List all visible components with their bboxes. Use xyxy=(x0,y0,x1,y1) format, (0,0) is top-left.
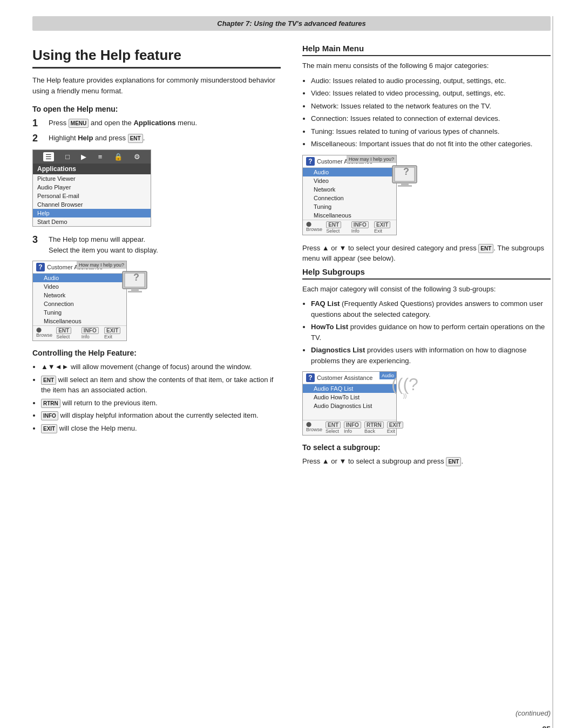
menu-item-personal-email: Personal E-mail xyxy=(33,192,151,200)
footer-browse-1: ⬤ Browse xyxy=(36,327,53,339)
step-2-text: Highlight Help and press ENT. xyxy=(49,133,281,144)
control-bullet-4: INFO will display helpful information ab… xyxy=(41,410,281,421)
subgroup-bullet-diag: Diagnostics List provides users with inf… xyxy=(311,345,551,366)
chapter-header: Chapter 7: Using the TV's advanced featu… xyxy=(32,16,551,31)
applications-menu-mockup: ☰ □ ▶ ≡ 🔒 ⚙ Applications Picture Viewer … xyxy=(32,149,151,227)
footer-select-3: ENT Select xyxy=(326,421,341,434)
menu-icon-settings: ≡ xyxy=(98,153,103,161)
help-item-tuning-1: Tuning xyxy=(33,308,126,317)
menu-icon-play: ▶ xyxy=(81,153,86,161)
subgroup-item-faq: Audio FAQ List xyxy=(303,384,396,393)
chapter-header-text: Chapter 7: Using the TV's advanced featu… xyxy=(217,19,365,28)
help-item-audio-1: Audio xyxy=(33,274,126,282)
right-column: Help Main Menu The main menu consists of… xyxy=(302,36,551,470)
help-subgroups-heading: Help Subgroups xyxy=(302,267,551,280)
step-1-text: Press MENU and open the Applications men… xyxy=(49,118,281,128)
step-1: 1 Press MENU and open the Applications m… xyxy=(32,118,281,130)
help-how-may-2: How may I help you? xyxy=(347,155,396,163)
left-column: Using the Help feature The Help feature … xyxy=(32,36,281,470)
subgroup-bullet-howto: HowTo List provides guidance on how to p… xyxy=(311,322,551,343)
menu-item-audio-player: Audio Player xyxy=(33,183,151,192)
tv-icon-2: ? xyxy=(391,163,421,190)
help-item-video-1: Video xyxy=(33,282,126,291)
page-number: 85 xyxy=(542,725,551,728)
footer-select-1: ENT Select xyxy=(56,327,78,339)
help-item-connection-1: Connection xyxy=(33,300,126,308)
svg-rect-7 xyxy=(398,185,412,187)
help-item-network-1: Network xyxy=(33,291,126,300)
menu-item-channel-browser: Channel Browser xyxy=(33,200,151,209)
subgroup-tv-icon: (((? )) xyxy=(389,376,421,405)
help-mockup-2-header: ? Customer Assistance How may I help you… xyxy=(303,155,396,168)
main-bullet-connection: Connection: Issues related to connection… xyxy=(311,113,551,124)
menu-header-applications: Applications xyxy=(33,164,151,174)
help-item-connection-2: Connection xyxy=(303,194,396,202)
help-mockup-1-header: ? Customer Assistance How may I help you… xyxy=(33,261,126,274)
page-title: Using the Help feature xyxy=(32,47,281,69)
footer-info-2: INFO Info xyxy=(351,221,371,234)
control-bullet-2: ENT will select an item and show the con… xyxy=(41,375,281,396)
help-item-misc-1: Miscellaneous xyxy=(33,317,126,325)
help-how-may-1: How may I help you? xyxy=(77,261,126,269)
footer-browse-3: ⬤ Browse xyxy=(306,421,322,434)
help-item-audio-2: Audio xyxy=(303,168,396,176)
help-mockup-1-container: ? Customer Assistance How may I help you… xyxy=(32,261,151,341)
question-overlay-1: ? xyxy=(133,272,139,283)
menu-icon-display: □ xyxy=(65,153,70,161)
menu-item-start-demo: Start Demo xyxy=(33,217,151,226)
main-bullet-network: Network: Issues related to the network f… xyxy=(311,101,551,112)
svg-rect-6 xyxy=(401,183,409,185)
select-subgroup-text: Press ▲ or ▼ to select a subgroup and pr… xyxy=(302,456,551,467)
main-bullet-video: Video: Issues related to video processin… xyxy=(311,88,551,99)
sound-wave-icon: (((? xyxy=(389,376,421,393)
subgroup-mockup-header: ? Customer Assistance Audio xyxy=(303,372,396,384)
footer-exit-3: EXIT Exit xyxy=(387,421,403,434)
help-question-badge-3: ? xyxy=(306,373,315,382)
main-bullet-misc: Miscellaneous: Important issues that do … xyxy=(311,139,551,149)
select-subgroup-heading: To select a subgroup: xyxy=(302,443,551,452)
help-item-misc-2: Miscellaneous xyxy=(303,211,396,220)
menu-item-help: Help xyxy=(33,209,151,217)
footer-select-2: ENT Select xyxy=(326,221,348,234)
step-2: 2 Highlight Help and press ENT. xyxy=(32,133,281,145)
control-bullet-3: RTRN will return to the previous item. xyxy=(41,398,281,409)
help-mockup-2: ? Customer Assistance How may I help you… xyxy=(302,155,397,235)
help-item-tuning-2: Tuning xyxy=(303,202,396,211)
footer-exit-2: EXIT Exit xyxy=(374,221,393,234)
step-3-number: 3 xyxy=(32,234,45,246)
menu-icon-lock: 🔒 xyxy=(114,153,123,161)
help-mockup-1-footer: ⬤ Browse ENT Select INFO Info EXIT Exit xyxy=(33,325,126,341)
help-mockup-1: ? Customer Assistance How may I help you… xyxy=(32,261,127,341)
control-bullet-5: EXIT will close the Help menu. xyxy=(41,423,281,434)
help-mockup-2-container: ? Customer Assistance How may I help you… xyxy=(302,155,421,235)
svg-rect-2 xyxy=(131,289,139,291)
right-border-line xyxy=(552,16,553,728)
subgroups-text: Each major category will consist of the … xyxy=(302,284,551,295)
menu-item-picture-viewer: Picture Viewer xyxy=(33,174,151,183)
step-3: 3 The Help top menu will appear.Select t… xyxy=(32,234,281,255)
main-menu-text: The main menu consists of the following … xyxy=(302,60,551,71)
intro-text: The Help feature provides explanations f… xyxy=(32,75,281,96)
menu-icon-apps: ☰ xyxy=(43,152,54,161)
step-1-number: 1 xyxy=(32,118,45,130)
subgroup-bullets: FAQ List (Frequently Asked Questions) pr… xyxy=(311,298,551,366)
footer-back-3: RTRN Back xyxy=(364,421,384,434)
subgroup-mockup-title: Customer Assistance xyxy=(317,375,372,381)
svg-rect-3 xyxy=(128,291,142,292)
control-bullet-1: ▲▼◄► will allow movement (change of focu… xyxy=(41,362,281,372)
footer-exit-1: EXIT Exit xyxy=(104,327,123,339)
question-overlay-2: ? xyxy=(403,166,409,178)
subgroup-item-howto: Audio HowTo List xyxy=(303,393,396,402)
step-2-number: 2 xyxy=(32,133,45,145)
main-menu-bullets: Audio: Issues related to audio processin… xyxy=(311,76,551,149)
main-bullet-tuning: Tuning: Issues related to tuning of vari… xyxy=(311,126,551,137)
control-bullets: ▲▼◄► will allow movement (change of focu… xyxy=(41,362,281,433)
subgroup-mockup: ? Customer Assistance Audio Audio FAQ Li… xyxy=(302,371,397,436)
subgroup-spacer xyxy=(303,410,396,420)
continued-text: (continued) xyxy=(516,709,551,717)
footer-browse-2: ⬤ Browse xyxy=(306,221,323,234)
subgroup-mockup-container: ? Customer Assistance Audio Audio FAQ Li… xyxy=(302,371,421,436)
open-menu-heading: To open the Help menu: xyxy=(32,105,281,113)
help-question-badge-2: ? xyxy=(306,157,315,166)
subgroup-item-diag: Audio Diagnostics List xyxy=(303,402,396,410)
